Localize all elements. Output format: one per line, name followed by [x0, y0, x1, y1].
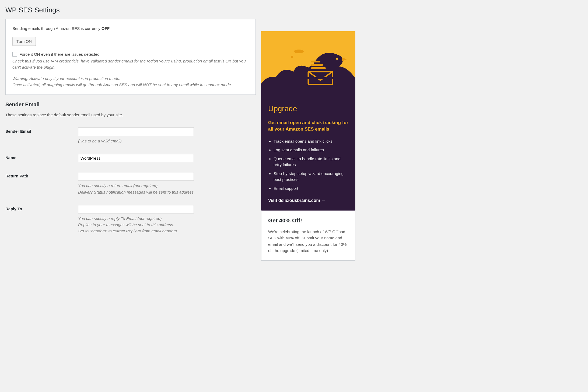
promo-title: Get 40% Off!	[268, 217, 348, 224]
upgrade-feature-list: Track email opens and link clicks Log se…	[268, 138, 348, 192]
sender-email-input[interactable]	[78, 127, 194, 136]
upgrade-title: Upgrade	[268, 104, 348, 113]
upgrade-link[interactable]: Visit deliciousbrains.com →	[268, 198, 326, 203]
upgrade-feature-item: Step-by-step setup wizard encouraging be…	[274, 171, 348, 183]
upgrade-feature-item: Track email opens and link clicks	[274, 138, 348, 145]
status-state: OFF	[102, 26, 110, 31]
upgrade-feature-item: Email support	[274, 186, 348, 192]
main-column: Sending emails through Amazon SES is cur…	[5, 19, 256, 261]
upgrade-feature-item: Log sent emails and failures	[274, 147, 348, 153]
field-label-reply-to: Reply To	[5, 203, 78, 242]
return-path-help: You can specify a return email (not requ…	[78, 183, 253, 195]
field-label-return-path: Return Path	[5, 170, 78, 203]
reply-to-input[interactable]	[78, 205, 194, 214]
upgrade-card: Upgrade Get email open and click trackin…	[261, 31, 355, 211]
upgrade-subtitle: Get email open and click tracking for al…	[268, 120, 348, 132]
svg-point-1	[291, 56, 293, 58]
promo-body: We're celebrating the launch of WP Offlo…	[268, 229, 348, 254]
upgrade-hero-illustration	[261, 31, 355, 99]
force-on-checkbox[interactable]	[12, 52, 17, 57]
status-line: Sending emails through Amazon SES is cur…	[12, 26, 249, 31]
svg-point-4	[336, 58, 338, 60]
svg-point-2	[294, 50, 304, 53]
reply-to-help: You can specify a reply To Email (not re…	[78, 215, 253, 234]
status-prefix: Sending emails through Amazon SES is cur…	[12, 26, 102, 31]
sender-email-heading: Sender Email	[5, 102, 256, 108]
activation-warning: Warning: Activate only if your account i…	[12, 75, 249, 88]
svg-rect-6	[311, 64, 323, 66]
turn-on-button[interactable]: Turn ON	[12, 37, 36, 46]
upgrade-feature-item: Queue email to handle rate limits and re…	[274, 156, 348, 168]
name-input[interactable]	[78, 154, 194, 162]
sender-form: Sender Email (Has to be a valid email) N…	[5, 125, 256, 242]
sender-email-help: (Has to be a valid email)	[78, 138, 253, 144]
force-on-help: Check this if you use IAM credentials, h…	[12, 58, 249, 71]
force-on-label: Force it ON even if there are issues det…	[19, 52, 100, 57]
field-label-name: Name	[5, 152, 78, 170]
bird-envelope-icon	[261, 31, 355, 99]
promo-card: Get 40% Off! We're celebrating the launc…	[261, 211, 355, 261]
page-title: WP SES Settings	[0, 0, 588, 19]
svg-rect-7	[311, 67, 326, 69]
svg-rect-5	[311, 61, 320, 62]
status-panel: Sending emails through Amazon SES is cur…	[5, 19, 256, 95]
field-label-sender-email: Sender Email	[5, 125, 78, 152]
return-path-input[interactable]	[78, 172, 194, 181]
sidebar-column: Upgrade Get email open and click trackin…	[261, 19, 355, 261]
sender-email-description: These settings replace the default sende…	[5, 113, 256, 117]
